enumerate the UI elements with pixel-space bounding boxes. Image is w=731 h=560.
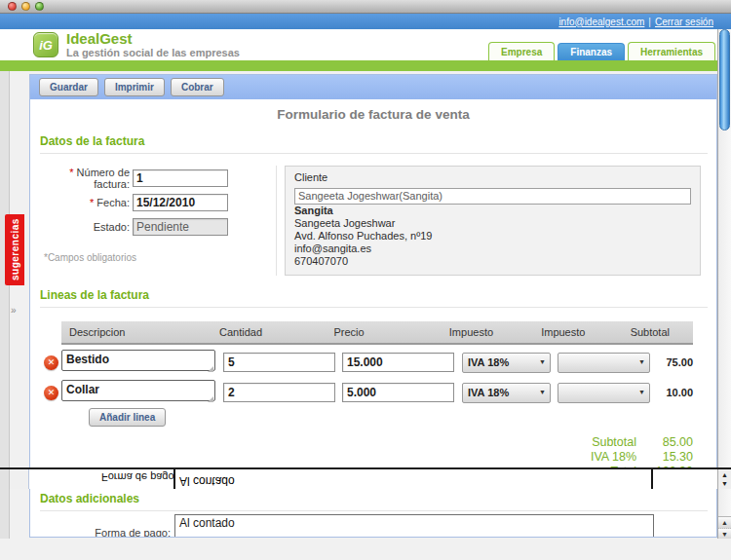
tab-empresa[interactable]: Empresa — [488, 42, 555, 60]
sidebar-expand-arrow-icon[interactable]: » — [11, 305, 17, 316]
scroll-down-icon[interactable]: ▼ — [718, 528, 731, 539]
col-precio: Precio — [331, 326, 446, 338]
charge-button[interactable]: Cobrar — [171, 78, 224, 96]
line-1-tax1-select[interactable]: IVA 18% — [462, 353, 551, 373]
line-row: Collar IVA 18% 10.00 — [30, 381, 716, 405]
line-2-tax2-select[interactable] — [558, 383, 650, 403]
logout-link[interactable]: Cerrar sesión — [655, 17, 713, 27]
delete-line-icon[interactable] — [44, 355, 58, 370]
reflection-content: Forma de pago: Al contado ▲▼ — [0, 467, 731, 489]
invoice-number-row: * Número de factura: — [40, 166, 276, 190]
payment-method-label: Forma de pago: — [30, 527, 171, 539]
invoice-status-label: Estado: — [40, 221, 130, 233]
invoice-date-row: * Fecha: — [40, 190, 276, 214]
required-asterisk: * — [90, 197, 94, 208]
line-1-tax2-select[interactable] — [558, 353, 650, 373]
section-lines-heading: Lineas de la factura — [40, 288, 708, 308]
suggestions-tab[interactable]: sugerencias — [5, 214, 24, 285]
line-2-description-input[interactable]: Collar — [61, 380, 215, 401]
line-description-wrap: Bestido — [61, 350, 215, 375]
app-header: iG IdealGest La gestión social de las em… — [0, 29, 731, 60]
line-row: Bestido IVA 18% 75.00 — [30, 351, 716, 375]
col-descripcion: Descripcion — [61, 326, 217, 338]
print-button[interactable]: Imprimir — [104, 78, 165, 96]
col-impuesto-1: Impuesto — [447, 326, 539, 338]
client-name: Sangita — [294, 205, 691, 217]
invoice-date-label-text: Fecha: — [96, 197, 130, 208]
line-2-subtotal: 10.00 — [650, 387, 716, 398]
reflected-gutter — [0, 467, 10, 489]
scrollbar-arrows: ▲ ▼ — [718, 516, 731, 539]
app-window: info@idealgest.com | Cerrar sesión iG Id… — [0, 0, 731, 560]
invoice-status-label-text: Estado: — [94, 221, 130, 233]
payment-method-input[interactable]: Al contado — [174, 514, 654, 539]
line-2-tax1-select[interactable]: IVA 18% — [462, 383, 551, 403]
invoice-date-label: * Fecha: — [40, 197, 130, 208]
scroll-up-icon[interactable]: ▲ — [718, 517, 731, 528]
scrollbar-thumb[interactable] — [719, 29, 730, 131]
main-nav: Empresa Finanzas Herramientas — [488, 42, 715, 60]
invoice-number-input[interactable] — [133, 169, 228, 187]
session-bar: info@idealgest.com | Cerrar sesión — [0, 14, 731, 29]
line-2-price-input[interactable] — [342, 383, 454, 402]
window-close-button[interactable] — [8, 2, 17, 11]
delete-line-icon[interactable] — [44, 386, 58, 400]
client-address: Avd. Alfonso Puchades, nº19 — [294, 230, 691, 243]
logo-glyph: iG — [39, 38, 53, 53]
window-minimize-button[interactable] — [21, 2, 30, 11]
col-impuesto-2: Impuesto — [539, 326, 628, 338]
tax-value: 15.30 — [636, 450, 693, 465]
required-asterisk: * — [69, 167, 73, 178]
idealgest-logo-icon: iG — [33, 32, 58, 57]
line-1-tax2-select-wrap — [558, 353, 650, 373]
app-tagline: La gestión social de las empresas — [66, 47, 240, 58]
reflected-payment-label: Forma de pago: — [101, 471, 177, 483]
client-selector-input[interactable] — [294, 188, 691, 205]
client-label: Cliente — [294, 171, 691, 183]
line-1-quantity-input[interactable] — [223, 353, 335, 372]
brand-text: IdealGest La gestión social de las empre… — [66, 31, 240, 59]
window-scrollbar: ▲ ▼ — [717, 29, 731, 539]
line-1-description-input[interactable]: Bestido — [61, 350, 215, 371]
tab-finanzas[interactable]: Finanzas — [558, 43, 625, 60]
subtotal-value: 85.00 — [636, 435, 693, 450]
client-box: Cliente Sangita Sangeeta Jogeshwar Avd. … — [285, 166, 701, 276]
col-subtotal: Subtotal — [629, 326, 693, 338]
totals-tax-row: IVA 18% 15.30 — [547, 450, 693, 465]
payment-method-wrap: Al contado — [174, 514, 654, 539]
save-button[interactable]: Guardar — [39, 78, 98, 96]
section-invoice-data-heading: Datos de la factura — [40, 134, 708, 154]
brand-divider-bar — [0, 60, 731, 71]
subtotal-label: Subtotal — [547, 435, 636, 450]
tax-label: IVA 18% — [547, 450, 636, 465]
reflected-gutter — [10, 467, 29, 489]
screenshot-reflection-artifact: Forma de pago: Al contado ▲▼ — [0, 467, 731, 489]
invoice-date-input[interactable] — [133, 194, 228, 211]
section-additional-heading: Datos adicionales — [40, 492, 708, 511]
user-email-link[interactable]: info@idealgest.com — [558, 17, 644, 27]
client-phone: 670407070 — [294, 255, 691, 268]
invoice-status-row: Estado: — [40, 214, 276, 239]
page-title: Formulario de factura de venta — [30, 107, 716, 122]
window-titlebar — [0, 0, 731, 14]
line-2-quantity-input[interactable] — [223, 383, 335, 402]
line-1-subtotal: 75.00 — [650, 356, 716, 368]
payment-method-row: Forma de pago: Al contado — [30, 514, 716, 539]
required-fields-note: *Campos obligatorios — [44, 252, 276, 263]
add-line-button[interactable]: Añadir linea — [89, 408, 166, 427]
tab-herramientas[interactable]: Herramientas — [628, 42, 715, 60]
line-1-price-input[interactable] — [342, 353, 454, 372]
client-contact: Sangeeta Jogeshwar — [294, 217, 691, 230]
line-2-tax2-select-wrap — [558, 383, 650, 403]
toolbar: Guardar Imprimir Cobrar — [30, 75, 716, 99]
invoice-status-field — [133, 218, 228, 236]
topbar-divider: | — [648, 17, 651, 27]
reflected-scroll-arrows: ▲▼ — [717, 467, 731, 489]
window-zoom-button[interactable] — [35, 2, 44, 11]
invoice-number-label: * Número de factura: — [40, 167, 130, 190]
col-cantidad: Cantidad — [217, 326, 331, 338]
line-description-wrap: Collar — [61, 380, 215, 405]
reflected-payment-box: Al contado — [173, 467, 653, 489]
totals-subtotal-row: Subtotal 85.00 — [547, 435, 693, 450]
invoice-fields-column: * Número de factura: * Fecha: Estado: *C… — [40, 166, 277, 276]
